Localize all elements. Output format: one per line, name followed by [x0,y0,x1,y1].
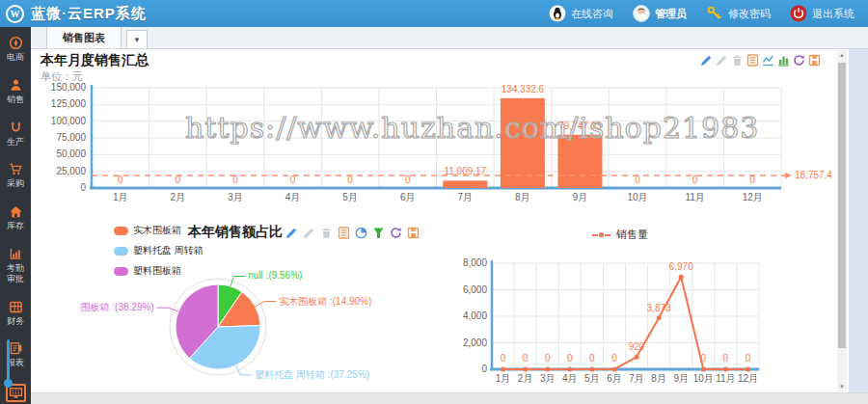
restore-icon[interactable] [390,227,402,239]
sidebar-item-生产[interactable]: 生产 [0,121,31,148]
funnel-type-icon[interactable] [372,227,385,239]
sidebar-item-报表[interactable]: 报表 [0,341,31,368]
svg-text:0: 0 [749,175,755,185]
header-link-退出系统[interactable]: 退出系统 [790,5,854,22]
sidebar-item-财务[interactable]: 财务 [0,300,31,327]
svg-text:0: 0 [405,175,411,185]
tab-bar: 销售图表 ▼ [31,27,868,49]
svg-text:79,747.03: 79,747.03 [558,121,602,131]
header-link-修改密码[interactable]: 修改密码 [706,5,771,22]
svg-text:0: 0 [635,175,640,185]
svg-text:0: 0 [80,182,86,193]
sidebar-item-设置[interactable]: 设置 [0,384,31,404]
mark-icon[interactable] [285,227,298,239]
compass-icon [9,36,23,50]
svg-text:0: 0 [723,353,729,364]
tab-sales-chart[interactable]: 销售图表 [46,26,122,48]
mark-clear-icon[interactable] [731,54,744,67]
sidebar-item-采购[interactable]: 采购 [0,162,31,189]
sales-share-section: 实木围板箱塑料托盘 周转箱塑料围板箱 本年销售额占比 null :(9.56%)… [31,215,446,392]
svg-text:0: 0 [746,353,751,364]
data-view-icon[interactable] [746,54,759,67]
svg-text:7月: 7月 [629,373,644,384]
scroll-up-icon[interactable]: ▲ [837,52,847,58]
sidebar-nav: 电商销售生产采购库存考勤审批财务报表设置 [0,27,31,404]
header-link-管理员[interactable]: 管理员 [633,5,687,22]
pie-legend-item[interactable]: 塑料托盘 周转箱 [114,244,203,257]
save-image-icon[interactable] [808,54,821,67]
svg-text:0: 0 [501,353,506,364]
svg-text:125,000: 125,000 [51,98,87,109]
svg-text:75,000: 75,000 [56,132,86,143]
svg-text:3月: 3月 [540,373,556,384]
settings-icon [9,386,23,400]
svg-text:7月: 7月 [458,192,474,202]
sales-volume-section: 销售量 02,0004,0006,0008,0001月2月3月4月5月6月7月8… [446,215,849,392]
monthly-sales-section: 本年月度销售汇总 单位：元 025,00050,00075,000100,000… [31,49,849,215]
svg-text:6月: 6月 [400,192,416,202]
header-link-在线咨询[interactable]: 在线咨询 [549,5,613,22]
mark-undo-icon[interactable] [303,227,315,239]
svg-text:6,970: 6,970 [669,261,693,272]
sidebar-scroll-indicator[interactable] [7,339,10,382]
pie-type-icon[interactable] [355,227,367,239]
sidebar: 电商销售生产采购库存考勤审批财务报表设置 [0,27,31,404]
svg-text:2,000: 2,000 [463,337,487,348]
monthly-sales-bar-chart: 025,00050,00075,000100,000125,000150,000… [39,76,839,206]
svg-text:0: 0 [176,175,181,185]
svg-text:0: 0 [567,353,573,364]
svg-text:塑料围板箱 :(38.29%): 塑料围板箱 :(38.29%) [79,302,154,312]
svg-text:0: 0 [523,353,529,364]
sales-volume-line-chart: 02,0004,0006,0008,0001月2月3月4月5月6月7月8月9月1… [453,251,839,386]
restore-icon[interactable] [793,54,805,67]
svg-text:11月: 11月 [716,373,735,384]
mark-clear-icon[interactable] [320,227,333,239]
save-image-icon[interactable] [407,227,420,239]
avatar [633,5,650,22]
bar-type-icon[interactable] [777,54,790,67]
cart-icon [9,162,23,176]
line-type-icon[interactable] [762,54,774,67]
chart1-title: 本年月度销售汇总 [41,52,149,69]
page-bottom-strip [31,392,868,404]
mark-icon[interactable] [700,54,713,67]
svg-text:920: 920 [629,341,645,352]
data-view-icon[interactable] [338,227,350,239]
report-icon [9,341,23,356]
sidebar-item-考勤审批[interactable]: 考勤审批 [0,247,31,284]
svg-text:实木围板箱 :(14.90%): 实木围板箱 :(14.90%) [279,296,371,307]
chart1-toolbox [700,54,821,67]
chart2-toolbox [285,227,420,239]
line-legend-label: 销售量 [616,228,648,242]
sidebar-item-电商[interactable]: 电商 [0,36,31,63]
brand[interactable]: W 蓝微·云ERP系统 [0,5,147,23]
svg-text:150,000: 150,000 [51,82,87,93]
scroll-down-icon[interactable]: ▼ [837,384,847,390]
sidebar-item-销售[interactable]: 销售 [0,78,31,105]
svg-text:4月: 4月 [285,192,301,202]
mark-undo-icon[interactable] [716,54,728,67]
svg-text:0: 0 [290,175,296,185]
warehouse-icon [9,204,23,219]
line-legend-item[interactable]: 销售量 [592,228,648,242]
svg-text:塑料托盘 周转箱 :(37.25%): 塑料托盘 周转箱 :(37.25%) [255,369,369,380]
app-logo-icon: W [6,5,24,23]
app-title: 蓝微·云ERP系统 [31,5,147,23]
svg-text:11,009.17: 11,009.17 [444,166,486,176]
svg-text:10月: 10月 [693,373,714,384]
svg-text:0: 0 [118,175,123,185]
scroll-thumb[interactable] [838,63,846,348]
scroll-knob[interactable] [4,379,13,388]
svg-text:4月: 4月 [562,373,578,384]
panel-scrollbar[interactable]: ▲ ▼ [837,50,847,391]
sidebar-item-库存[interactable]: 库存 [0,204,31,231]
legend-swatch [114,247,128,256]
svg-text:9月: 9月 [673,373,689,384]
svg-text:6月: 6月 [607,373,622,384]
svg-text:25,000: 25,000 [56,166,86,176]
main-area: 销售图表 ▼ 本年月度销售汇总 单位：元 025,00050,00075,000… [31,27,868,404]
svg-text:null :(9.56%): null :(9.56%) [248,270,302,281]
key-icon [706,5,723,22]
svg-text:8月: 8月 [651,373,666,384]
tab-dropdown-button[interactable]: ▼ [126,30,148,48]
